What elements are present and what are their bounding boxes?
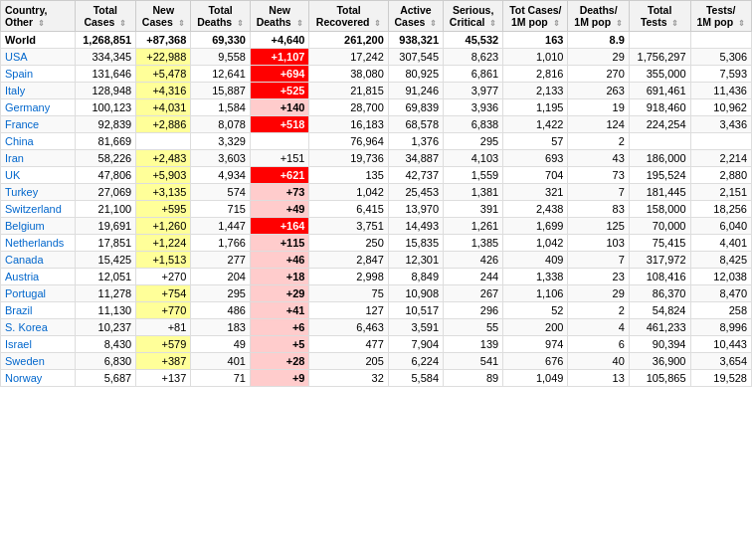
new-cases-cell: [136, 133, 191, 150]
country-link[interactable]: France: [5, 118, 39, 130]
country-cell: China: [1, 133, 76, 150]
country-cell: Netherlands: [1, 235, 76, 252]
total-tests-cell: 54,824: [629, 302, 690, 319]
active-cases-cell: 68,578: [388, 116, 443, 133]
new-cases-cell: +3,135: [136, 184, 191, 201]
country-link[interactable]: Switzerland: [5, 203, 62, 215]
serious-cell: 55: [444, 319, 503, 336]
new-deaths-cell: +151: [250, 150, 309, 167]
new-cases-cell: +1,224: [136, 235, 191, 252]
total-tests-cell: 918,460: [629, 99, 690, 116]
country-link[interactable]: Turkey: [5, 186, 38, 198]
total-deaths-cell: 4,934: [191, 167, 251, 184]
deaths-per1m-cell: 43: [568, 150, 629, 167]
col-country[interactable]: Country,Other ⇕: [1, 1, 76, 32]
tests-per1m-cell: 11,436: [690, 83, 752, 99]
new-cases-cell: +595: [136, 201, 191, 218]
country-link[interactable]: Iran: [5, 152, 24, 164]
deaths-per1m-cell: 103: [568, 235, 629, 252]
total-recovered-cell: 6,463: [309, 319, 388, 336]
country-link[interactable]: Germany: [5, 101, 50, 113]
new-cases-cell: +5,478: [136, 66, 191, 83]
total-cases-cell: 92,839: [75, 116, 136, 133]
country-cell: Italy: [1, 83, 76, 99]
country-link[interactable]: S. Korea: [5, 321, 48, 333]
country-link[interactable]: Austria: [5, 271, 39, 282]
country-link[interactable]: Spain: [5, 68, 33, 80]
table-row: Italy128,948+4,31615,887+52521,81591,246…: [1, 83, 752, 99]
total-cases-cell: 334,345: [75, 49, 136, 66]
col-tests-per1m[interactable]: Tests/1M pop ⇕: [690, 1, 752, 32]
serious-cell: 3,977: [444, 83, 503, 99]
country-link[interactable]: Belgium: [5, 220, 45, 232]
tests-per1m-cell: [690, 133, 752, 150]
total-cases-cell: 17,851: [75, 235, 136, 252]
col-new-cases[interactable]: NewCases ⇕: [136, 1, 191, 32]
serious-cell: 6,861: [444, 66, 503, 83]
country-link[interactable]: USA: [5, 51, 28, 63]
table-row: Iran58,226+2,4833,603+15119,73634,8874,1…: [1, 150, 752, 167]
country-link[interactable]: Israel: [5, 338, 32, 350]
total-deaths-cell: 8,078: [191, 116, 251, 133]
country-link[interactable]: China: [5, 135, 34, 147]
active-cases-cell: 13,970: [388, 201, 443, 218]
new-cases-cell: +270: [136, 269, 191, 285]
total-recovered-cell: 6,415: [309, 201, 388, 218]
tot-cases-per1m-cell: 200: [503, 319, 568, 336]
col-total-cases[interactable]: TotalCases ⇕: [75, 1, 136, 32]
col-tot-cases-per1m[interactable]: Tot Cases/1M pop ⇕: [503, 1, 568, 32]
col-serious[interactable]: Serious,Critical ⇕: [444, 1, 503, 32]
active-cases-cell: 42,737: [388, 167, 443, 184]
country-link[interactable]: Norway: [5, 372, 42, 384]
active-cases-cell: 8,849: [388, 269, 443, 285]
total-cases-cell: 11,130: [75, 302, 136, 319]
total-recovered-cell: 2,847: [309, 252, 388, 269]
total-tests-cell: 186,000: [629, 150, 690, 167]
tot-cases-per1m-cell: 1,010: [503, 49, 568, 66]
new-cases-cell: +22,988: [136, 49, 191, 66]
tests-per1m-cell: 18,256: [690, 201, 752, 218]
country-cell: Turkey: [1, 184, 76, 201]
country-link[interactable]: UK: [5, 169, 20, 181]
tests-per1m-cell: 5,306: [690, 49, 752, 66]
deaths-per1m-cell: 40: [568, 353, 629, 370]
country-link[interactable]: Canada: [5, 254, 44, 266]
col-total-recovered[interactable]: TotalRecovered ⇕: [309, 1, 388, 32]
serious-cell: 426: [444, 252, 503, 269]
col-total-tests[interactable]: TotalTests ⇕: [629, 1, 690, 32]
country-link[interactable]: Portugal: [5, 287, 46, 299]
tests-per1m-cell: 12,038: [690, 269, 752, 285]
table-row: Switzerland21,100+595715+496,41513,97039…: [1, 201, 752, 218]
total-tests-cell: 355,000: [629, 66, 690, 83]
table-row: Israel8,430+57949+54777,904139974690,394…: [1, 336, 752, 353]
table-row: Norway5,687+13771+9325,584891,04913105,8…: [1, 370, 752, 387]
active-cases-cell: 938,321: [388, 32, 443, 49]
active-cases-cell: 34,887: [388, 150, 443, 167]
col-total-deaths[interactable]: TotalDeaths ⇕: [191, 1, 251, 32]
total-deaths-cell: 12,641: [191, 66, 251, 83]
country-link[interactable]: Netherlands: [5, 237, 64, 249]
serious-cell: 296: [444, 302, 503, 319]
total-cases-cell: 15,425: [75, 252, 136, 269]
total-deaths-cell: 401: [191, 353, 251, 370]
col-deaths-per1m[interactable]: Deaths/1M pop ⇕: [568, 1, 629, 32]
deaths-per1m-cell: 4: [568, 319, 629, 336]
total-cases-cell: 81,669: [75, 133, 136, 150]
tot-cases-per1m-cell: 57: [503, 133, 568, 150]
new-deaths-cell: +140: [250, 99, 309, 116]
country-link[interactable]: Brazil: [5, 304, 33, 316]
new-deaths-cell: +29: [250, 285, 309, 302]
col-new-deaths[interactable]: NewDeaths ⇕: [250, 1, 309, 32]
serious-cell: 1,381: [444, 184, 503, 201]
total-tests-cell: 195,524: [629, 167, 690, 184]
country-cell: UK: [1, 167, 76, 184]
total-recovered-cell: 3,751: [309, 218, 388, 235]
serious-cell: 1,559: [444, 167, 503, 184]
country-cell: Belgium: [1, 218, 76, 235]
country-link[interactable]: Sweden: [5, 355, 45, 367]
country-link[interactable]: Italy: [5, 85, 25, 96]
col-active-cases[interactable]: ActiveCases ⇕: [388, 1, 443, 32]
total-cases-cell: 6,830: [75, 353, 136, 370]
country-cell: USA: [1, 49, 76, 66]
total-recovered-cell: 21,815: [309, 83, 388, 99]
